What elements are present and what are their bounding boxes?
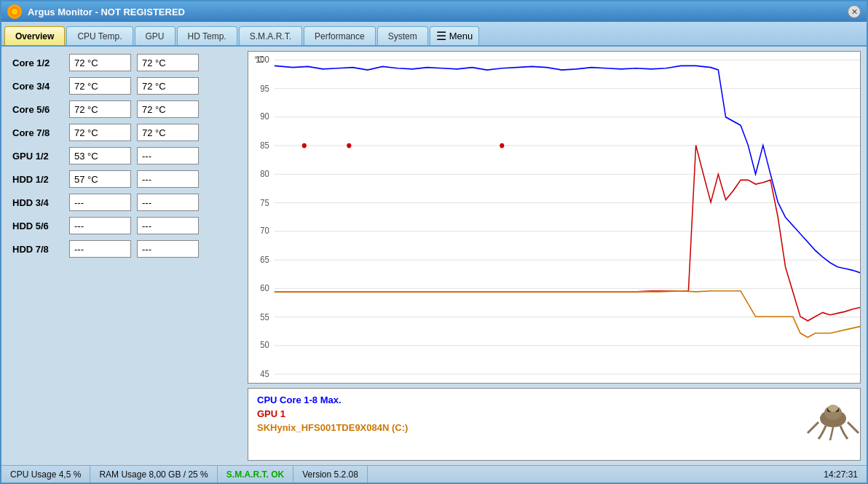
tab-hd-temp[interactable]: HD Temp.	[177, 26, 237, 45]
tab-performance[interactable]: Performance	[304, 26, 376, 45]
time-segment: 14:27:31	[815, 466, 867, 483]
sensor-value-2: 72 °C	[137, 124, 199, 141]
temperature-chart: 100 95 90 85 80 75 70 65	[248, 51, 861, 384]
sensor-value-1: ---	[69, 194, 131, 211]
menu-icon-tab[interactable]: ☰ Menu	[430, 26, 480, 45]
legend-container: CPU Core 1-8 Max. GPU 1 SKHynix_HFS001TD…	[248, 388, 861, 461]
hamburger-icon: ☰	[436, 29, 446, 43]
status-bar: CPU Usage 4,5 % RAM Usage 8,00 GB / 25 %…	[1, 465, 867, 483]
svg-text:95: 95	[260, 83, 269, 94]
legend-cpu: CPU Core 1-8 Max.	[257, 394, 851, 405]
time-label: 14:27:31	[824, 469, 858, 480]
svg-text:65: 65	[260, 255, 269, 266]
main-window: Argus Monitor - NOT REGISTERED ✕ Overvie…	[0, 0, 868, 484]
sensor-label: HDD 7/8	[12, 244, 63, 255]
sensor-value-2: ---	[137, 240, 199, 258]
sensor-value-1: 72 °C	[69, 77, 131, 95]
svg-text:85: 85	[260, 140, 269, 151]
sensor-row: Core 1/272 °C72 °C	[12, 54, 231, 71]
svg-text:90: 90	[260, 111, 269, 122]
sensor-label: Core 7/8	[12, 127, 63, 138]
close-button[interactable]: ✕	[848, 5, 861, 18]
tab-bar: Overview CPU Temp. GPU HD Temp. S.M.A.R.…	[1, 22, 867, 47]
svg-point-1	[12, 9, 17, 15]
smart-label: S.M.A.R.T. OK	[226, 469, 284, 480]
sensor-value-2: 72 °C	[137, 77, 199, 95]
version-segment: Version 5.2.08	[293, 466, 368, 483]
sensor-value-2: ---	[137, 170, 199, 188]
sensor-label: Core 1/2	[12, 57, 63, 68]
svg-point-34	[828, 405, 838, 412]
sensor-value-1: 72 °C	[69, 100, 131, 118]
sensor-label: HDD 5/6	[12, 221, 63, 231]
sensor-label: HDD 1/2	[12, 174, 63, 185]
window-title: Argus Monitor - NOT REGISTERED	[28, 7, 185, 17]
sensor-row: Core 3/472 °C72 °C	[12, 77, 231, 95]
sensor-value-1: 57 °C	[69, 170, 131, 188]
tab-overview[interactable]: Overview	[4, 26, 65, 45]
sensor-value-1: ---	[69, 217, 131, 234]
sensor-panel: Core 1/272 °C72 °CCore 3/472 °C72 °CCore…	[1, 47, 242, 465]
svg-text:70: 70	[260, 226, 269, 237]
content-area: Core 1/272 °C72 °CCore 3/472 °C72 °CCore…	[1, 47, 867, 465]
legend-gpu: GPU 1	[257, 408, 851, 419]
version-label: Version 5.2.08	[302, 469, 358, 480]
tab-system[interactable]: System	[377, 26, 428, 45]
sensor-label: Core 5/6	[12, 104, 63, 115]
svg-text:55: 55	[260, 312, 269, 322]
sensor-value-1: 72 °C	[69, 54, 131, 71]
sensor-value-2: ---	[137, 147, 199, 164]
svg-text:50: 50	[260, 340, 269, 351]
sensor-value-2: ---	[137, 194, 199, 211]
right-panel: 100 95 90 85 80 75 70 65	[242, 47, 867, 465]
sensor-row: HDD 7/8------	[12, 240, 231, 258]
sensor-row: GPU 1/253 °C---	[12, 147, 231, 164]
legend-hdd: SKHynix_HFS001TDE9X084N (C:)	[257, 422, 851, 433]
title-bar-left: Argus Monitor - NOT REGISTERED	[7, 4, 185, 19]
sensor-value-1: 72 °C	[69, 124, 131, 141]
app-icon	[7, 4, 22, 19]
svg-text:°C: °C	[254, 54, 264, 65]
tab-cpu-temp[interactable]: CPU Temp.	[66, 26, 133, 45]
svg-point-29	[500, 143, 504, 148]
tab-gpu[interactable]: GPU	[135, 26, 175, 45]
svg-text:80: 80	[260, 168, 269, 179]
title-bar: Argus Monitor - NOT REGISTERED ✕	[1, 1, 867, 22]
svg-text:75: 75	[260, 197, 269, 208]
sensor-row: HDD 1/257 °C---	[12, 170, 231, 188]
ram-usage-label: RAM Usage 8,00 GB / 25 %	[99, 469, 208, 480]
svg-text:45: 45	[260, 368, 269, 379]
svg-point-28	[347, 143, 351, 148]
ram-usage-segment: RAM Usage 8,00 GB / 25 %	[90, 466, 217, 483]
sensor-value-1: ---	[69, 240, 131, 258]
sensor-value-2: 72 °C	[137, 100, 199, 118]
chart-svg: 100 95 90 85 80 75 70 65	[248, 52, 860, 383]
sensor-row: HDD 5/6------	[12, 217, 231, 234]
svg-point-27	[302, 143, 307, 148]
sensor-label: GPU 1/2	[12, 151, 63, 162]
cpu-usage-segment: CPU Usage 4,5 %	[1, 466, 90, 483]
sensor-label: HDD 3/4	[12, 197, 63, 208]
sensor-value-2: ---	[137, 217, 199, 234]
sensor-value-1: 53 °C	[69, 147, 131, 164]
svg-text:60: 60	[260, 282, 269, 293]
lizard-logo	[804, 382, 862, 440]
sensor-row: HDD 3/4------	[12, 194, 231, 211]
sensor-value-2: 72 °C	[137, 54, 199, 71]
tab-smart[interactable]: S.M.A.R.T.	[239, 26, 302, 45]
smart-segment: S.M.A.R.T. OK	[218, 466, 293, 483]
cpu-usage-label: CPU Usage 4,5 %	[10, 469, 81, 480]
sensor-label: Core 3/4	[12, 81, 63, 92]
sensor-row: Core 7/872 °C72 °C	[12, 124, 231, 141]
sensor-row: Core 5/672 °C72 °C	[12, 100, 231, 118]
